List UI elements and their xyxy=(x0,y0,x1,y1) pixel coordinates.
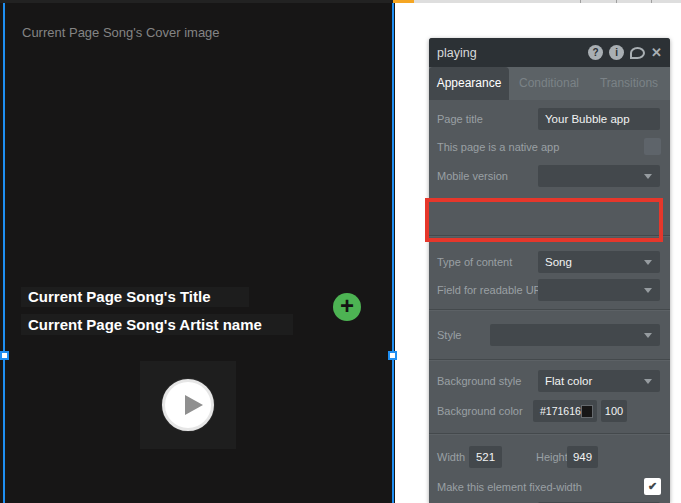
type-of-content-label: Type of content xyxy=(437,256,512,268)
tab-strip: Appearance Conditional Transitions xyxy=(429,67,670,100)
fixed-width-checkbox[interactable]: ✔ xyxy=(644,478,661,495)
width-label: Width xyxy=(437,451,465,463)
chevron-down-icon xyxy=(644,174,652,179)
panel-body: Page title Your Bubble app This page is … xyxy=(429,100,670,503)
ruler-tick xyxy=(651,0,652,3)
width-input[interactable]: 521 xyxy=(469,446,502,468)
fixed-width-label: Make this element fixed-width xyxy=(437,481,582,493)
background-color-picker[interactable]: #171616 xyxy=(533,400,597,422)
background-style-value: Flat color xyxy=(545,375,592,387)
mobile-version-dropdown[interactable] xyxy=(538,165,660,187)
page-canvas[interactable]: Current Page Song's Cover image Current … xyxy=(0,3,395,503)
readable-url-dropdown[interactable] xyxy=(538,279,660,301)
chevron-down-icon xyxy=(644,333,652,338)
section-divider xyxy=(429,235,670,236)
tab-transitions[interactable]: Transitions xyxy=(589,67,669,100)
color-swatch xyxy=(581,405,593,418)
background-color-value: #171616 xyxy=(540,405,581,417)
help-icon[interactable]: ? xyxy=(588,45,603,60)
mobile-version-label: Mobile version xyxy=(437,170,508,182)
play-button[interactable] xyxy=(162,379,214,431)
panel-header[interactable]: playing ? i ✕ xyxy=(429,38,670,67)
plus-icon: + xyxy=(340,292,354,319)
background-color-label: Background color xyxy=(437,405,523,417)
native-app-label: This page is a native app xyxy=(437,141,559,153)
tab-appearance[interactable]: Appearance xyxy=(429,67,509,100)
style-dropdown[interactable] xyxy=(490,324,660,346)
info-icon[interactable]: i xyxy=(609,45,624,60)
section-divider xyxy=(429,309,670,310)
section-divider xyxy=(429,433,670,434)
native-app-checkbox[interactable] xyxy=(644,138,661,155)
readable-url-label: Field for readable URL xyxy=(437,284,548,296)
resize-handle-right[interactable] xyxy=(388,351,397,360)
editor-screen: Current Page Song's Cover image Current … xyxy=(0,0,681,503)
checkmark-icon: ✔ xyxy=(648,480,657,492)
selection-border-right xyxy=(392,3,394,503)
height-label: Height xyxy=(536,451,568,463)
panel-title: playing xyxy=(437,46,588,60)
page-title-input[interactable]: Your Bubble app xyxy=(538,108,660,130)
comment-icon[interactable] xyxy=(630,47,645,59)
section-divider xyxy=(429,359,670,360)
tab-conditional[interactable]: Conditional xyxy=(509,67,589,100)
ruler-tick xyxy=(616,0,617,3)
add-button[interactable]: + xyxy=(333,293,361,321)
chevron-down-icon xyxy=(644,379,652,384)
song-artist-element[interactable]: Current Page Song's Artist name xyxy=(21,314,293,335)
type-of-content-value: Song xyxy=(545,256,572,268)
ruler-tick xyxy=(580,0,581,3)
selection-border-left xyxy=(3,3,5,503)
ruler-light-segment xyxy=(414,0,681,3)
style-label: Style xyxy=(437,329,461,341)
chevron-down-icon xyxy=(644,260,652,265)
type-of-content-dropdown[interactable]: Song xyxy=(538,251,660,273)
play-icon xyxy=(185,395,203,415)
background-opacity-input[interactable]: 100 xyxy=(601,400,627,422)
chevron-down-icon xyxy=(644,288,652,293)
resize-handle-left[interactable] xyxy=(0,351,9,360)
ruler-orange-segment xyxy=(393,0,414,3)
page-title-label: Page title xyxy=(437,113,483,125)
song-title-element[interactable]: Current Page Song's Title xyxy=(21,287,249,307)
cover-image-placeholder[interactable]: Current Page Song's Cover image xyxy=(22,25,220,40)
background-style-dropdown[interactable]: Flat color xyxy=(538,370,660,392)
property-editor-panel: playing ? i ✕ Appearance Conditional Tra… xyxy=(429,38,670,503)
height-input[interactable]: 949 xyxy=(567,446,598,468)
background-style-label: Background style xyxy=(437,375,521,387)
close-icon[interactable]: ✕ xyxy=(651,45,662,60)
